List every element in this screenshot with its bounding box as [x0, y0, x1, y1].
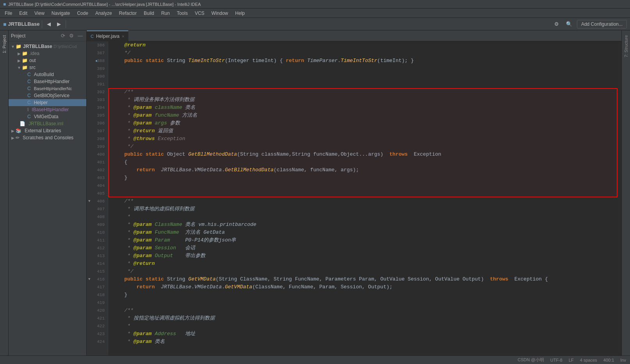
gutter-424: 424: [87, 338, 108, 346]
menu-vcs[interactable]: VCS: [192, 10, 208, 17]
code-line-410: * @param FuncName 方法名 GetData: [112, 229, 621, 236]
gutter-411: 411: [87, 236, 108, 244]
jrtbllbase-iml-name: JRTBLLBase.iml: [29, 121, 63, 126]
app-icon: ■: [3, 2, 6, 7]
menu-navigate[interactable]: Navigate: [48, 10, 73, 17]
tree-item-vmgetdata[interactable]: C VMGetData: [9, 113, 86, 120]
sidebar-sync-btn[interactable]: ⟳: [60, 32, 66, 39]
tree-item-basehttphandlernc[interactable]: C BaseHttpHandlerNc: [9, 85, 86, 92]
code-line-407: * 调用本地的虚拟机得到数据: [112, 205, 621, 213]
gutter-402: 402: [87, 166, 108, 174]
tree-item-extlibs[interactable]: ▶ 📚 External Libraries: [9, 127, 86, 134]
tree-item-root[interactable]: ▼ 📁 JRTBLLBase D:\jrtliis\Cod: [9, 43, 86, 50]
menu-build[interactable]: Build: [141, 10, 157, 17]
code-line-420: /**: [112, 307, 621, 314]
status-line-ending[interactable]: LF: [569, 358, 574, 362]
toolbar-separator-2: [66, 20, 66, 28]
menu-run[interactable]: Run: [158, 10, 173, 17]
gutter-399: 399: [87, 143, 108, 151]
gutter-409: 409: [87, 221, 108, 229]
code-line-403: }: [112, 174, 621, 182]
menu-edit[interactable]: Edit: [16, 10, 30, 17]
code-line-399: */: [112, 143, 621, 151]
menu-window[interactable]: Window: [208, 10, 231, 17]
tree-item-out[interactable]: ▶ 📁 out: [9, 57, 86, 64]
menu-help[interactable]: Help: [232, 10, 248, 17]
tree-item-src[interactable]: ▼ 📁 src: [9, 64, 86, 71]
gutter-421: 421: [87, 314, 108, 322]
basehttphandlernc-icon: C: [27, 86, 31, 91]
gutter-410: 410: [87, 229, 108, 236]
gutter-415: 415: [87, 268, 108, 275]
editor-tab-helper[interactable]: C Helper.java ×: [87, 30, 128, 41]
code-line-402: return JRTBLLBase.VMGetData.GetBllMethod…: [112, 166, 621, 174]
gutter-388: 388: [87, 57, 108, 65]
tree-item-helper[interactable]: C Helper: [9, 99, 86, 106]
gutter-405: 405: [87, 190, 108, 197]
scratches-name: Scratches and Consoles: [23, 135, 73, 140]
line-number-gutter: 386 387 388 389 390 391 392 393 394 395 …: [87, 41, 108, 355]
menu-file[interactable]: File: [2, 10, 15, 17]
left-vertical-tab: 1: Project: [0, 30, 9, 355]
autobuild-name: AutoBuild: [34, 72, 54, 77]
status-indent[interactable]: 4 spaces: [580, 358, 597, 362]
code-line-424: * @param 类名: [112, 338, 621, 346]
menu-code[interactable]: Code: [74, 10, 91, 17]
gutter-391: 391: [87, 80, 108, 88]
tree-item-idea[interactable]: ▶ 📁 .idea: [9, 50, 86, 57]
toolbar: ■ JRTBLLBase ◀ ▶ ⚙ 🔍 Add Configuration..…: [0, 18, 630, 30]
main-content: 1: Project Project ⟳ ⚙ — ▼ 📁 JRTBLLBase …: [0, 30, 630, 355]
basehttphandler-name: BaseHttpHandler: [34, 79, 70, 84]
extlibs-icon: 📚: [16, 128, 21, 133]
code-line-400: public static Object GetBllMethodData(St…: [112, 151, 621, 158]
code-line-392: /**: [112, 88, 621, 96]
status-encoding[interactable]: UTF-8: [550, 358, 562, 362]
gutter-418: 418: [87, 291, 108, 299]
out-item-name: out: [29, 58, 36, 63]
code-line-413: * @param Output 带出参数: [112, 252, 621, 260]
sidebar-gear-btn[interactable]: ⚙: [68, 32, 75, 39]
extlibs-name: External Libraries: [25, 128, 61, 133]
idea-item-name: .idea: [29, 51, 39, 56]
tree-item-ibasehttphandler[interactable]: I IBaseHttpHandler: [9, 106, 86, 113]
toolbar-back-btn[interactable]: ◀: [45, 20, 53, 28]
sidebar-collapse-btn[interactable]: —: [77, 32, 84, 39]
toolbar-search-btn[interactable]: 🔍: [564, 20, 575, 28]
sidebar-panel: Project ⟳ ⚙ — ▼ 📁 JRTBLLBase D:\jrtliis\…: [9, 30, 87, 355]
code-line-397: * @return 返回值: [112, 127, 621, 135]
code-line-416: public static String GetVMData(String Cl…: [112, 275, 621, 283]
editor-content[interactable]: 386 387 388 389 390 391 392 393 394 395 …: [87, 41, 621, 355]
out-folder-icon: 📁: [22, 58, 28, 63]
code-editor[interactable]: @return */ public static String TimeIntT…: [108, 41, 621, 355]
toolbar-forward-btn[interactable]: ▶: [55, 20, 63, 28]
gutter-394: 394: [87, 104, 108, 112]
right-vertical-tab: 7: Structure: [621, 30, 630, 355]
vertical-tab-structure[interactable]: 7: Structure: [622, 32, 630, 60]
tree-item-getbllobjservice[interactable]: C GetBllObjService: [9, 92, 86, 99]
code-line-389: [112, 65, 621, 73]
src-item-name: src: [29, 65, 36, 70]
gutter-416: 416: [87, 275, 108, 283]
menu-analyze[interactable]: Analyze: [92, 10, 115, 17]
vmgetdata-icon: C: [27, 114, 31, 119]
tree-item-scratches[interactable]: ▶ ✏ Scratches and Consoles: [9, 134, 86, 141]
menu-view[interactable]: View: [31, 10, 48, 17]
tree-item-jrtbllbasexml[interactable]: 📄 JRTBLLBase.iml: [9, 120, 86, 127]
code-line-390: [112, 73, 621, 80]
menu-refactor[interactable]: Refactor: [116, 10, 140, 17]
menu-tools[interactable]: Tools: [174, 10, 191, 17]
gutter-386: 386: [87, 41, 108, 49]
sidebar-toolbar: ⟳ ⚙ —: [60, 32, 84, 39]
add-configuration-btn[interactable]: Add Configuration...: [577, 20, 627, 28]
code-line-388: public static String TimeIntToStr(Intege…: [112, 57, 621, 65]
tree-item-basehttphandler[interactable]: C BaseHttpHandler: [9, 78, 86, 85]
toolbar-settings-btn[interactable]: ⚙: [552, 20, 561, 28]
root-item-name: JRTBLLBase D:\jrtliis\Cod: [23, 44, 77, 49]
code-line-398: * @throws Exception: [112, 135, 621, 143]
tab-close-btn[interactable]: ×: [122, 34, 124, 39]
gutter-400: 400: [87, 151, 108, 158]
code-line-405: [112, 190, 621, 197]
getbllobjservice-name: GetBllObjService: [34, 93, 70, 98]
vertical-tab-project[interactable]: 1: Project: [0, 32, 8, 56]
tree-item-autobuild[interactable]: C AutoBuild: [9, 71, 86, 78]
